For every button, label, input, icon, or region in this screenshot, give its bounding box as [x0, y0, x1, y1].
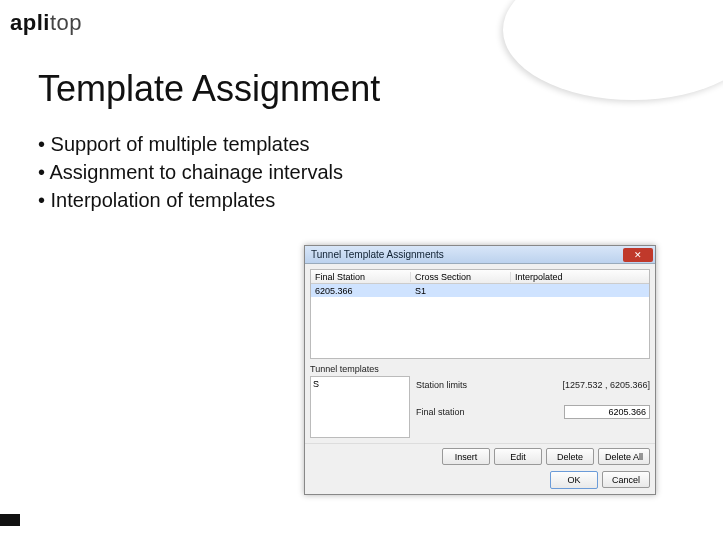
edit-button[interactable]: Edit — [494, 448, 542, 465]
delete-all-button[interactable]: Delete All — [598, 448, 650, 465]
close-icon: ✕ — [634, 250, 642, 260]
brand-thin: top — [50, 10, 82, 35]
insert-button[interactable]: Insert — [442, 448, 490, 465]
col-cross-section: Cross Section — [411, 272, 511, 282]
final-station-input[interactable]: 6205.366 — [564, 405, 650, 419]
template-item[interactable]: S — [313, 379, 407, 389]
final-station-value: 6205.366 — [608, 407, 646, 417]
action-button-row: Insert Edit Delete Delete All — [305, 443, 655, 469]
cancel-button[interactable]: Cancel — [602, 471, 650, 488]
station-limits-row: Station limits [1257.532 , 6205.366] — [416, 380, 650, 390]
decorative-accent — [0, 514, 20, 526]
bullet-item: Interpolation of templates — [38, 186, 343, 214]
dialog-confirm-row: OK Cancel — [305, 469, 655, 494]
cell-final-station: 6205.366 — [311, 286, 411, 296]
delete-button[interactable]: Delete — [546, 448, 594, 465]
dialog-titlebar[interactable]: Tunnel Template Assignments ✕ — [305, 246, 655, 264]
final-station-label: Final station — [416, 407, 465, 417]
template-assignments-dialog: Tunnel Template Assignments ✕ Final Stat… — [304, 245, 656, 495]
tunnel-templates-section: Tunnel templates S — [310, 364, 410, 438]
table-row[interactable]: 6205.366 S1 — [311, 284, 649, 297]
bullet-list: Support of multiple templates Assignment… — [38, 130, 343, 214]
col-interpolated: Interpolated — [511, 272, 649, 282]
table-header: Final Station Cross Section Interpolated — [311, 270, 649, 284]
col-final-station: Final Station — [311, 272, 411, 282]
station-fields: Station limits [1257.532 , 6205.366] Fin… — [416, 364, 650, 438]
bullet-item: Assignment to chainage intervals — [38, 158, 343, 186]
dialog-title: Tunnel Template Assignments — [311, 249, 444, 260]
close-button[interactable]: ✕ — [623, 248, 653, 262]
bullet-item: Support of multiple templates — [38, 130, 343, 158]
final-station-row: Final station 6205.366 — [416, 405, 650, 419]
tunnel-templates-label: Tunnel templates — [310, 364, 410, 374]
brand-bold: apli — [10, 10, 50, 35]
tunnel-templates-list[interactable]: S — [310, 376, 410, 438]
decorative-corner — [503, 0, 723, 100]
cell-cross-section: S1 — [411, 286, 511, 296]
assignments-table[interactable]: Final Station Cross Section Interpolated… — [310, 269, 650, 359]
brand-logo: aplitop — [10, 10, 82, 36]
ok-button[interactable]: OK — [550, 471, 598, 489]
station-limits-label: Station limits — [416, 380, 467, 390]
station-limits-value: [1257.532 , 6205.366] — [562, 380, 650, 390]
slide-title: Template Assignment — [38, 68, 380, 110]
